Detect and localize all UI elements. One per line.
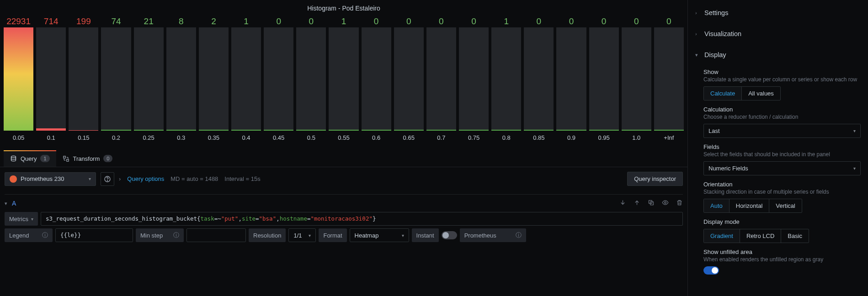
bar-fill [36,128,66,131]
svg-rect-1 [63,156,65,158]
bar-box [394,27,424,131]
bar-category-label: 0.55 [338,134,349,141]
chevron-down-icon: ▾ [853,128,856,133]
bar-category-label: 0.15 [78,134,89,141]
svg-point-4 [107,180,107,180]
bar-value: 0 [406,16,411,27]
query-ref-id[interactable]: A [12,200,16,207]
bar-category-label: 0.3 [177,134,185,141]
bar-box [264,27,293,131]
bar-cell: 80.3 [166,16,196,141]
bar-cell: 7140.1 [36,16,66,141]
unfilled-toggle[interactable] [703,266,719,275]
display-mode-button-group: Gradient Retro LCD Basic [703,229,809,243]
move-down-icon[interactable] [619,199,626,207]
bar-fill [231,130,261,131]
bar-cell: 0+Inf [654,16,684,141]
chevron-right-icon: › [695,31,701,37]
bar-value: 1 [504,16,509,27]
bar-category-label: 0.9 [567,134,575,141]
eye-icon[interactable] [662,199,669,207]
bar-box [101,27,131,131]
calculation-label: Calculation [703,106,861,113]
display-mode-basic-button[interactable]: Basic [781,229,809,243]
tab-query[interactable]: Query 1 [4,150,56,167]
bar-value: 1 [341,16,346,27]
display-mode-label: Display mode [703,218,861,225]
fields-desc: Select the fields that should be include… [703,151,861,158]
bar-category-label: 0.2 [112,134,120,141]
query-help-button[interactable] [101,172,114,186]
orientation-horizontal-button[interactable]: Horizontal [730,199,770,212]
info-icon[interactable]: ⓘ [173,231,179,239]
bar-fill [166,130,196,131]
section-visualization[interactable]: › Visualization [695,27,861,40]
copy-icon[interactable] [648,199,655,207]
tab-transform[interactable]: Transform 0 [56,150,119,167]
info-icon[interactable]: ⓘ [516,231,522,239]
bar-category-label: 0.1 [47,134,55,141]
section-display[interactable]: ▾ Display [695,48,861,61]
bar-category-label: 0.8 [502,134,511,141]
show-all-values-button[interactable]: All values [742,87,780,100]
chevron-down-icon: ▾ [309,233,311,238]
orientation-desc: Stacking direction in case of multiple s… [703,189,861,195]
display-mode-retro-button[interactable]: Retro LCD [740,229,781,243]
bar-fill [394,130,424,131]
bar-value: 0 [439,16,444,27]
calculation-select[interactable]: Last ▾ [703,124,861,138]
instant-toggle[interactable] [442,231,457,239]
orientation-vertical-button[interactable]: Vertical [769,199,802,212]
format-select[interactable]: Heatmap ▾ [350,228,409,242]
resolution-select[interactable]: 1/1 ▾ [288,228,316,242]
bar-category-label: 0.85 [533,134,544,141]
move-up-icon[interactable] [634,199,640,207]
bar-box [199,27,229,131]
bar-category-label: 0.4 [242,134,250,141]
bar-cell: 20.35 [199,16,229,141]
bar-value: 0 [666,16,671,27]
datasource-picker[interactable]: Prometheus 230 ▾ [5,172,96,186]
bar-value: 0 [276,16,281,27]
bar-fill [622,130,651,131]
bar-fill [264,130,293,131]
show-label: Show [703,69,861,75]
metrics-label[interactable]: Metrics ▾ [5,212,38,226]
unfilled-label: Show unfilled area [703,248,861,255]
show-button-group: Calculate All values [703,86,781,100]
query-expression-input[interactable]: s3_request_duration_seconds_histogram_bu… [41,212,683,226]
svg-point-0 [11,156,16,158]
query-options-link[interactable]: Query options [127,175,164,182]
bar-value: 0 [374,16,379,27]
chevron-down-icon[interactable]: ▾ [5,201,7,206]
section-settings[interactable]: › Settings [695,6,861,19]
bar-box [556,27,586,131]
bar-box [296,27,326,131]
svg-rect-2 [66,159,68,161]
chevron-right-icon: › [119,175,121,182]
bar-value: 199 [76,16,91,27]
bar-category-label: 1.0 [632,134,640,141]
bar-box [4,27,33,131]
bar-box [491,27,521,131]
query-inspector-button[interactable]: Query inspector [627,172,683,186]
bar-value: 74 [111,16,121,27]
bar-value: 0 [537,16,542,27]
trash-icon[interactable] [676,199,683,207]
bar-box [36,27,66,131]
orientation-auto-button[interactable]: Auto [704,199,730,212]
bar-fill [296,130,326,131]
transform-icon [63,155,69,162]
bar-category-label: 0.65 [403,134,415,141]
bar-cell: 00.6 [362,16,391,141]
bar-box [69,27,98,131]
bar-cell: 10.8 [491,16,521,141]
fields-select[interactable]: Numeric Fields ▾ [703,161,861,175]
info-icon[interactable]: ⓘ [42,231,48,239]
show-calculate-button[interactable]: Calculate [704,87,742,100]
display-mode-gradient-button[interactable]: Gradient [704,229,740,243]
legend-input[interactable]: {{le}} [55,228,133,242]
bar-fill [329,130,358,131]
bar-cell: 00.7 [426,16,456,141]
min-step-input[interactable] [186,228,246,242]
